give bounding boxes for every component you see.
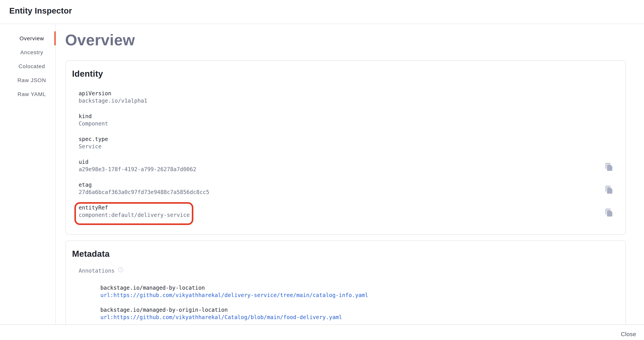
page-title: Overview [65,31,135,49]
tab-raw-json[interactable]: Raw JSON [0,73,56,87]
tab-colocated[interactable]: Colocated [0,59,56,73]
help-icon[interactable]: ? [118,267,123,272]
dialog-body: Overview Ancestry Colocated Raw JSON Raw… [0,24,644,325]
field-label: kind [79,113,626,120]
identity-field-list: apiVersion backstage.io/v1alpha1 kind Co… [66,90,626,219]
annotations-label: Annotations [79,267,114,275]
annotation-key: backstage.io/managed-by-origin-location [100,306,626,314]
annotation-url-link[interactable]: url:https://github.com/vikyathharekal/de… [100,292,368,299]
copy-icon [605,208,614,217]
field-etag: etag 27d6a6bcaf363a0c97fd73e9488c7a5856d… [79,181,626,196]
field-label: spec.type [79,136,626,143]
annotation-managed-by-location: backstage.io/managed-by-location url:htt… [100,284,626,299]
close-button[interactable]: Close [621,331,636,338]
copy-etag-button[interactable] [605,186,614,194]
copy-icon [605,186,614,194]
metadata-card-title: Metadata [72,249,626,260]
tab-list: Overview Ancestry Colocated Raw JSON Raw… [0,31,56,101]
copy-entityref-button[interactable] [605,208,614,217]
annotation-managed-by-origin-location: backstage.io/managed-by-origin-location … [100,306,626,321]
annotations-section-header: Annotations ? [79,267,626,275]
dialog-header: Entity Inspector [0,0,644,24]
field-apiversion: apiVersion backstage.io/v1alpha1 [79,90,626,105]
annotation-list: backstage.io/managed-by-location url:htt… [66,284,626,321]
field-uid: uid a29e98e3-178f-4192-a799-26278a7d0062 [79,158,626,173]
dialog-footer: Close [0,325,644,340]
field-label: apiVersion [79,90,626,97]
sidebar-tab-rail: Overview Ancestry Colocated Raw JSON Raw… [0,24,56,325]
field-value: Component [79,120,626,127]
field-value: backstage.io/v1alpha1 [79,97,626,105]
annotation-key: backstage.io/managed-by-location [100,284,626,292]
copy-uid-button[interactable] [605,163,614,171]
copy-icon [605,163,614,171]
field-value: component:default/delivery-service [79,211,626,219]
tab-panel-overview: Overview Identity apiVersion backstage.i… [56,24,644,325]
tab-ancestry[interactable]: Ancestry [0,45,56,59]
field-value: a29e98e3-178f-4192-a799-26278a7d0062 [79,166,626,173]
field-label: entityRef [79,204,626,211]
tab-overview[interactable]: Overview [0,31,56,45]
field-label: uid [79,158,626,166]
active-tab-indicator [54,31,56,45]
field-entityref: entityRef component:default/delivery-ser… [79,204,626,219]
entity-inspector-dialog: Entity Inspector Overview Ancestry Coloc… [0,0,644,340]
field-value: 27d6a6bcaf363a0c97fd73e9488c7a5856dc8cc5 [79,189,626,196]
field-value: Service [79,143,626,150]
field-kind: kind Component [79,113,626,127]
field-label: etag [79,181,626,189]
dialog-title: Entity Inspector [9,6,72,16]
metadata-card: Metadata Annotations ? backstage.io/mana… [66,241,626,325]
identity-card: Identity apiVersion backstage.io/v1alpha… [66,60,626,235]
field-spec-type: spec.type Service [79,136,626,150]
identity-card-title: Identity [72,68,626,79]
tab-raw-yaml[interactable]: Raw YAML [0,87,56,101]
annotation-url-link[interactable]: url:https://github.com/vikyathharekal/Ca… [100,314,342,321]
